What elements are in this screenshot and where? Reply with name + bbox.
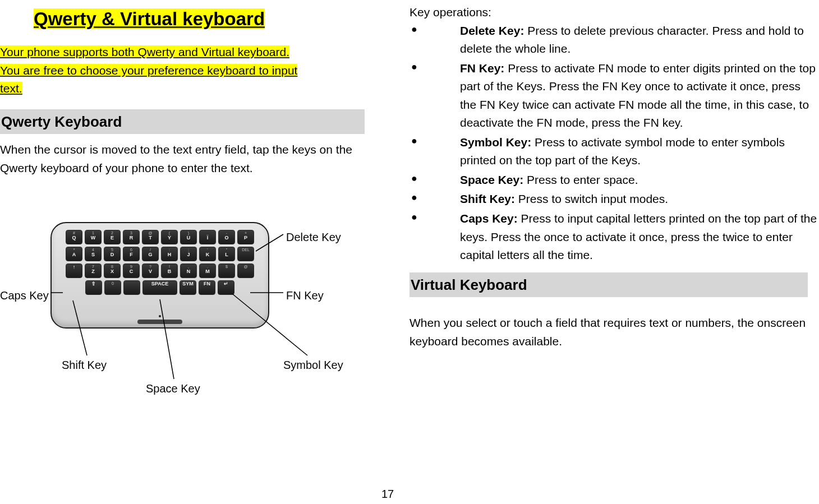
keyboard-key: #Q	[66, 230, 82, 244]
qwerty-paragraph: When the cursor is moved to the text ent…	[0, 141, 387, 177]
keyboard-key: )U	[180, 230, 197, 244]
label-delete-key: Delete Key	[286, 229, 341, 246]
keyboard-key: 'K	[199, 247, 216, 261]
section-heading-virtual: Virtual Keyboard	[410, 272, 808, 297]
section-heading-qwerty: Qwerty Keyboard	[0, 109, 365, 134]
keyboard-key: /G	[142, 247, 159, 261]
label-space-key: Space Key	[146, 380, 200, 397]
keyboard-key: SPACE	[142, 280, 177, 295]
keyboard-key: :H	[161, 247, 178, 261]
keyboard-figure: #Q1W2E3R@T(Y)U_I-O+P*A4S5D6F/G:H;J'K"LDE…	[0, 205, 381, 418]
virtual-paragraph: When you select or touch a field that re…	[410, 314, 819, 350]
keyboard-key: DEL	[237, 247, 254, 261]
label-fn-key: FN Key	[286, 287, 324, 304]
keyboard-key: -O	[218, 230, 235, 244]
keyboard-key: !B	[161, 263, 178, 278]
keyboard-key: SYM	[180, 280, 196, 295]
keyboard-key: +P	[237, 230, 254, 244]
label-symbol-key: Symbol Key	[283, 357, 343, 374]
keyboard-key: ↵	[218, 280, 234, 295]
keyboard-key: "L	[218, 247, 235, 261]
list-item: Symbol Key: Press to activate symbol mod…	[410, 133, 819, 170]
keyboard-key: 3R	[123, 230, 140, 244]
keyboard-key: ;J	[180, 247, 197, 261]
keyboard-key	[123, 280, 140, 295]
keyboard-key: _I	[199, 230, 216, 244]
list-item: Space Key: Press to enter space.	[410, 171, 819, 189]
key-operations-list: Delete Key: Press to delete previous cha…	[410, 22, 819, 265]
keyboard-key: FN	[199, 280, 215, 295]
page-title: Qwerty & Virtual keyboard	[34, 8, 265, 29]
keyboard-key: ⇧	[85, 280, 102, 295]
keyboard-key: 7Z	[85, 263, 102, 278]
keyboard-key: ,N	[180, 263, 197, 278]
label-caps-key: Caps Key	[0, 287, 49, 304]
keyboard-key: 5D	[104, 247, 121, 261]
keyboard-key: $	[218, 263, 235, 278]
keyboard-key: 4S	[85, 247, 102, 261]
keyboard-key: 0	[104, 280, 121, 295]
keyboard-key: 1W	[85, 230, 102, 244]
list-item: Delete Key: Press to delete previous cha…	[410, 22, 819, 58]
label-shift-key: Shift Key	[62, 357, 107, 374]
page-number: 17	[381, 485, 394, 503]
keyboard-key: (Y	[161, 230, 178, 244]
list-item: Shift Key: Press to switch input modes.	[410, 190, 819, 209]
keyboard-key: *A	[66, 247, 82, 261]
keyboard-key: @T	[142, 230, 159, 244]
list-item: Caps Key: Press to input capital letters…	[410, 210, 819, 265]
key-operations-heading: Key operations:	[410, 3, 819, 22]
keyboard-key: ?V	[142, 263, 159, 278]
keyboard-key: 8X	[104, 263, 121, 278]
keyboard-key: 6F	[123, 247, 140, 261]
keyboard-key: 9C	[123, 263, 140, 278]
keyboard-key: .M	[199, 263, 216, 278]
intro-text: Your phone supports both Qwerty and Virt…	[0, 43, 387, 98]
keyboard-body: #Q1W2E3R@T(Y)U_I-O+P*A4S5D6F/G:H;J'K"LDE…	[50, 222, 269, 329]
keyboard-key: ↑	[66, 263, 82, 278]
keyboard-key: 2E	[104, 230, 121, 244]
list-item: FN Key: Press to activate FN mode to ent…	[410, 59, 819, 132]
keyboard-key: @	[237, 263, 254, 278]
